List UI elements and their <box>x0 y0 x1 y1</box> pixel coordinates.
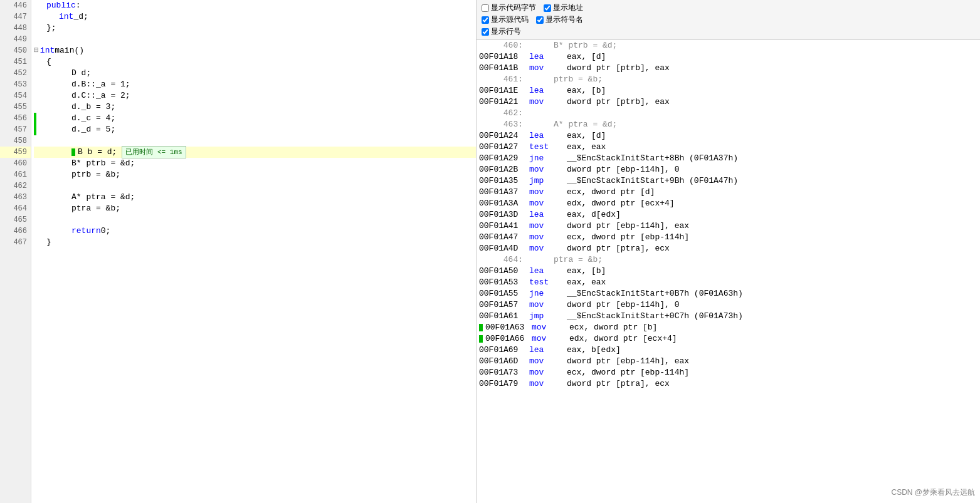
execution-indicator <box>71 148 75 156</box>
disasm-00F01A27: 00F01A27 test eax, eax <box>477 142 980 153</box>
show-source-option[interactable]: 显示源代码 <box>482 14 529 25</box>
show-bytes-option[interactable]: 显示代码字节 <box>482 3 536 13</box>
show-bytes-checkbox[interactable] <box>482 4 489 12</box>
show-linenum-label: 显示行号 <box>491 26 521 37</box>
timing-badge: 已用时间 <= 1ms <box>122 146 186 158</box>
disasm-00F01A53: 00F01A53 test eax, eax <box>477 277 980 288</box>
code-line-461: ptrb = &b; <box>34 169 476 180</box>
code-line-456: d._c = 4; <box>34 113 476 124</box>
code-line-446: public: <box>34 0 476 11</box>
disasm-00F01A37: 00F01A37 mov ecx, dword ptr [d] <box>477 187 980 198</box>
disasm-00F01A73: 00F01A73 mov ecx, dword ptr [ebp-114h] <box>477 367 980 378</box>
disasm-00F01A24: 00F01A24 lea eax, [d] <box>477 130 980 142</box>
disasm-src-460: 460: B* ptrb = &d; <box>477 40 980 51</box>
ln-463: 463 <box>0 192 31 203</box>
toolbar-row3: 显示行号 <box>482 26 975 37</box>
disasm-00F01A50: 00F01A50 lea eax, [b] <box>477 266 980 277</box>
toolbar-row1: 显示代码字节 显示地址 <box>482 3 975 13</box>
code-line-450: ⊟ int main() <box>34 45 476 56</box>
code-line-447: int _d; <box>34 11 476 23</box>
ln-459: 459 <box>0 147 31 158</box>
disasm-00F01A3A: 00F01A3A mov edx, dword ptr [ecx+4] <box>477 198 980 209</box>
show-linenum-checkbox[interactable] <box>482 28 489 36</box>
ln-467: 467 <box>0 237 31 248</box>
disasm-00F01A79: 00F01A79 mov dword ptr [ptra], ecx <box>477 378 980 390</box>
disasm-00F01A69: 00F01A69 lea eax, b[edx] <box>477 345 980 356</box>
ln-453: 453 <box>0 79 31 90</box>
ln-464: 464 <box>0 203 31 214</box>
ln-456: 456 <box>0 113 31 124</box>
code-content: public: int _d; }; ⊟ int main() <box>31 0 476 503</box>
ln-449: 449 <box>0 34 31 45</box>
disasm-00F01A66: 00F01A66 mov edx, dword ptr [ecx+4] <box>477 333 980 345</box>
line-numbers: 446 447 448 449 450 451 452 453 454 455 … <box>0 0 31 503</box>
code-line-463: A* ptra = &d; <box>34 192 476 203</box>
ln-462: 462 <box>0 180 31 192</box>
ln-452: 452 <box>0 68 31 79</box>
green-indicator2 <box>479 335 483 343</box>
show-linenum-option[interactable]: 显示行号 <box>482 26 521 37</box>
disasm-area: 460: B* ptrb = &d; 00F01A18 lea eax, [d]… <box>477 40 980 503</box>
code-line-449 <box>34 34 476 45</box>
code-line-448: }; <box>34 23 476 34</box>
ln-451: 451 <box>0 56 31 68</box>
ln-454: 454 <box>0 90 31 101</box>
ln-450: 450 <box>0 45 31 56</box>
show-address-checkbox[interactable] <box>544 4 551 12</box>
disasm-00F01A4D: 00F01A4D mov dword ptr [ptra], ecx <box>477 243 980 254</box>
watermark: CSDN @梦乘看风去远航 <box>891 487 975 498</box>
disasm-src-464: 464: ptra = &b; <box>477 254 980 266</box>
disasm-00F01A61: 00F01A61 jmp __$EncStackInitStart+0C7h (… <box>477 311 980 322</box>
show-symbol-checkbox[interactable] <box>536 16 544 24</box>
code-line-455: d._b = 3; <box>34 101 476 113</box>
code-line-454: d.C::_a = 2; <box>34 90 476 101</box>
code-line-458 <box>34 135 476 147</box>
show-bytes-label: 显示代码字节 <box>491 3 536 13</box>
toolbar-row2: 显示源代码 显示符号名 <box>482 14 975 25</box>
ln-447: 447 <box>0 11 31 23</box>
source-panel: 446 447 448 449 450 451 452 453 454 455 … <box>0 0 477 503</box>
ln-466: 466 <box>0 226 31 237</box>
code-line-453: d.B::_a = 1; <box>34 79 476 90</box>
disasm-00F01A1E: 00F01A1E lea eax, [b] <box>477 85 980 96</box>
breakpoint-bar <box>34 113 36 124</box>
disasm-00F01A55: 00F01A55 jne __$EncStackInitStart+0B7h (… <box>477 288 980 299</box>
code-line-467: } <box>34 237 476 248</box>
disasm-src-463: 463: A* ptra = &d; <box>477 119 980 130</box>
disasm-00F01A3D: 00F01A3D lea eax, d[edx] <box>477 209 980 220</box>
code-line-465 <box>34 214 476 226</box>
ln-458: 458 <box>0 135 31 147</box>
disasm-src-462: 462: <box>477 108 980 119</box>
show-address-label: 显示地址 <box>553 3 583 13</box>
disasm-src-461: 461: ptrb = &b; <box>477 74 980 85</box>
show-source-checkbox[interactable] <box>482 16 489 24</box>
disasm-00F01A6D: 00F01A6D mov dword ptr [ebp-114h], eax <box>477 356 980 367</box>
show-source-label: 显示源代码 <box>491 14 529 25</box>
code-line-460: B* ptrb = &d; <box>34 158 476 169</box>
ln-461: 461 <box>0 169 31 180</box>
code-line-466: return 0; <box>34 226 476 237</box>
code-line-459: B b = d; 已用时间 <= 1ms <box>34 147 476 158</box>
green-indicator <box>479 324 483 331</box>
disasm-00F01A41: 00F01A41 mov dword ptr [ebp-114h], eax <box>477 220 980 232</box>
disasm-00F01A1B: 00F01A1B mov dword ptr [ptrb], eax <box>477 63 980 74</box>
show-symbol-label: 显示符号名 <box>545 14 583 25</box>
code-line-462 <box>34 180 476 192</box>
disasm-00F01A18: 00F01A18 lea eax, [d] <box>477 51 980 63</box>
show-address-option[interactable]: 显示地址 <box>544 3 583 13</box>
show-symbol-option[interactable]: 显示符号名 <box>536 14 583 25</box>
ln-465: 465 <box>0 214 31 226</box>
ln-460: 460 <box>0 158 31 169</box>
ln-457: 457 <box>0 124 31 135</box>
disasm-00F01A63: 00F01A63 mov ecx, dword ptr [b] <box>477 322 980 333</box>
disasm-00F01A35: 00F01A35 jmp __$EncStackInitStart+9Bh (0… <box>477 175 980 187</box>
disasm-00F01A29: 00F01A29 jne __$EncStackInitStart+8Bh (0… <box>477 153 980 164</box>
disasm-00F01A21: 00F01A21 mov dword ptr [ptrb], eax <box>477 96 980 108</box>
code-line-464: ptra = &b; <box>34 203 476 214</box>
code-area: 446 447 448 449 450 451 452 453 454 455 … <box>0 0 476 503</box>
ln-446: 446 <box>0 0 31 11</box>
disasm-00F01A47: 00F01A47 mov ecx, dword ptr [ebp-114h] <box>477 232 980 243</box>
toolbar: 显示代码字节 显示地址 显示源代码 显示符号名 显示行号 <box>477 0 980 40</box>
ln-448: 448 <box>0 23 31 34</box>
code-line-452: D d; <box>34 68 476 79</box>
